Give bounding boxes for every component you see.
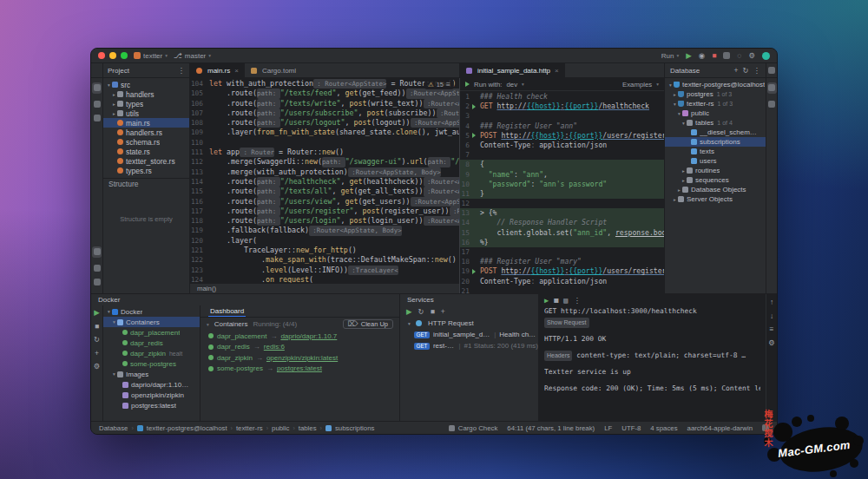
line-number[interactable]: 115 bbox=[190, 187, 209, 196]
response-output[interactable]: ▶ ■ ▤ ⋮ GET http://localhost:3000/health… bbox=[539, 294, 766, 421]
line-number[interactable]: 122 bbox=[190, 255, 209, 265]
code-line[interactable]: 8{ bbox=[460, 160, 664, 169]
examples-menu[interactable]: Examples bbox=[622, 81, 652, 89]
db-item-sequences[interactable]: ▸sequences bbox=[665, 175, 766, 185]
code-line[interactable]: 10 "password": "ann's password" bbox=[460, 180, 664, 189]
statusbar-widget-64-11-47-chars-1-line-break[interactable]: 64:11 (47 chars, 1 line break) bbox=[507, 424, 595, 432]
line-number[interactable]: 114 bbox=[190, 177, 209, 187]
code-line[interactable]: 17 bbox=[460, 247, 664, 257]
line-number[interactable]: 110 bbox=[190, 138, 209, 148]
db-item-postgres[interactable]: ▸postgres1 of 3 bbox=[665, 89, 766, 99]
docker-item-docker[interactable]: ▾Docker bbox=[103, 306, 200, 317]
line-number[interactable]: 3 bbox=[460, 111, 472, 121]
code-line[interactable]: 123 .level(Level::INFO)) :TraceLayer< bbox=[190, 266, 459, 275]
line-number[interactable]: 18 bbox=[460, 257, 472, 266]
container-row-dapr-zipkin[interactable]: dapr_zipkin→openzipkin/zipkin:latest bbox=[201, 352, 399, 364]
database-panel-header[interactable]: Database + ↻ ⋮ bbox=[664, 63, 766, 77]
line-number[interactable]: 15 bbox=[460, 228, 472, 238]
docker-tool-icon[interactable] bbox=[92, 246, 102, 258]
services-add-icon[interactable]: + bbox=[441, 308, 445, 316]
code-line[interactable]: 4### Register User "ann" bbox=[460, 121, 664, 131]
db-item-users[interactable]: users bbox=[665, 156, 766, 166]
code-line[interactable]: 6Content-Type: application/json bbox=[460, 141, 664, 150]
statusbar-widget-utf-8[interactable]: UTF-8 bbox=[621, 424, 641, 432]
twisty-icon[interactable]: ▸ bbox=[681, 178, 687, 183]
line-number[interactable]: 109 bbox=[190, 128, 209, 137]
docker-item-daprio-dapr-1-10[interactable]: daprio/dapr:1.10… bbox=[103, 379, 200, 390]
twisty-icon[interactable]: ▾ bbox=[681, 121, 687, 126]
docker-item-some-postgres[interactable]: some-postgres bbox=[103, 358, 200, 369]
line-number[interactable]: 4 bbox=[460, 121, 472, 131]
database-tool-icon[interactable] bbox=[767, 82, 777, 94]
tab-dashboard[interactable]: Dashboard bbox=[208, 305, 246, 317]
run-request-gutter-icon[interactable] bbox=[472, 131, 480, 141]
line-number[interactable]: 118 bbox=[190, 216, 209, 226]
services-panel-title[interactable]: Services bbox=[400, 294, 538, 305]
code-line[interactable]: 114 .route(path: "/healthcheck", get(hea… bbox=[190, 177, 459, 187]
line-number[interactable]: 14 bbox=[460, 218, 472, 227]
code-line[interactable]: 18### Register User "mary" bbox=[460, 257, 664, 266]
tab-main-rs[interactable]: main.rs × bbox=[190, 63, 245, 77]
scroll-down-icon[interactable]: ↓ bbox=[770, 312, 773, 320]
code-line[interactable]: 20Content-Type: application/json bbox=[460, 277, 664, 286]
line-number[interactable]: 119 bbox=[190, 226, 209, 235]
docker-panel-title[interactable]: Docker bbox=[91, 294, 399, 305]
db-item-server-objects[interactable]: ▸Server Objects bbox=[665, 194, 766, 204]
twisty-icon[interactable]: ▸ bbox=[111, 111, 117, 116]
chevron-down-icon[interactable]: ▾ bbox=[207, 322, 209, 327]
line-number[interactable]: 7 bbox=[460, 150, 472, 160]
commit-tool-icon[interactable] bbox=[94, 101, 101, 108]
code-line[interactable]: 19POST http://{{host}}:{{port}}/users/re… bbox=[460, 266, 664, 276]
twisty-icon[interactable]: ▸ bbox=[672, 92, 678, 97]
code-line[interactable]: 3 bbox=[460, 111, 664, 121]
project-panel-header[interactable]: Project ⋮ bbox=[103, 63, 190, 77]
gradle-tool-icon[interactable] bbox=[768, 101, 775, 108]
console-line[interactable]: HTTP/1.1 200 OK bbox=[544, 334, 760, 345]
line-number[interactable]: 21 bbox=[460, 286, 472, 293]
settings-gear-icon[interactable]: ⚙ bbox=[748, 52, 755, 60]
code-editor[interactable]: 104let with_auth_protection : Router<App… bbox=[190, 78, 459, 293]
console-more-icon[interactable]: ⋮ bbox=[573, 297, 581, 305]
line-number[interactable]: 12 bbox=[460, 199, 472, 208]
db-item-routines[interactable]: ▸routines bbox=[665, 166, 766, 175]
statusbar-segment[interactable]: tables bbox=[299, 424, 317, 432]
line-number[interactable]: 116 bbox=[190, 197, 209, 207]
services-refresh-icon[interactable]: ↻ bbox=[418, 308, 424, 316]
code-line[interactable]: 11} bbox=[460, 189, 664, 199]
debug-button[interactable]: ◉ bbox=[699, 52, 705, 60]
docker-connect-icon[interactable]: ▶ bbox=[94, 309, 100, 317]
statusbar-segment[interactable]: textter-postgres@localhost bbox=[147, 424, 227, 432]
statusbar-segment[interactable]: Database bbox=[99, 424, 128, 432]
service-item-rest-api[interactable]: GETrest-api|#1 Status: 200 (419 ms) bbox=[400, 340, 538, 351]
code-line[interactable]: 13> {% bbox=[460, 208, 664, 218]
code-line[interactable]: 118 .route(path: "/users/login", post(lo… bbox=[190, 216, 459, 226]
http-code-area[interactable]: 1### Health check2GET http://{{host}}:{{… bbox=[460, 91, 664, 293]
structure-tool-icon[interactable] bbox=[94, 115, 101, 121]
image-name-link[interactable]: redis:6 bbox=[264, 343, 285, 351]
project-item-utils[interactable]: ▸utils bbox=[103, 108, 189, 118]
db-item-diesel-schem[interactable]: __diesel_schem… bbox=[665, 128, 766, 137]
statusbar-segment[interactable]: public bbox=[272, 424, 289, 432]
console-options-icon[interactable]: ▤ bbox=[563, 297, 568, 305]
user-avatar[interactable] bbox=[762, 52, 770, 60]
db-item-textter-postgres-localhost[interactable]: ▾textter-postgres@localhost bbox=[665, 80, 766, 89]
more-options-icon[interactable]: ⋮ bbox=[178, 67, 186, 75]
code-line[interactable]: 12 bbox=[460, 199, 664, 208]
line-number[interactable]: 19 bbox=[460, 266, 472, 276]
code-line[interactable]: 116 .route(path: "/users/view", get(get_… bbox=[190, 197, 459, 207]
line-number[interactable]: 106 bbox=[190, 99, 209, 108]
line-number[interactable]: 5 bbox=[460, 131, 472, 141]
line-number[interactable]: 10 bbox=[460, 180, 472, 189]
project-item-types-rs[interactable]: types.rs bbox=[103, 166, 189, 175]
rerun-request-icon[interactable]: ▶ bbox=[544, 297, 549, 305]
docker-refresh-icon[interactable]: ↻ bbox=[94, 336, 100, 344]
line-number[interactable]: 105 bbox=[190, 89, 209, 98]
tab-initial-sample-data-http[interactable]: initial_sample_data.http × bbox=[460, 63, 565, 77]
console-line[interactable]: Textter service is up bbox=[544, 367, 760, 378]
line-number[interactable]: 20 bbox=[460, 277, 472, 286]
code-line[interactable]: 7 bbox=[460, 150, 664, 160]
search-everywhere-icon[interactable]: ◌ bbox=[737, 52, 741, 60]
code-line[interactable]: 115 .route(path: "/texts/all", get(get_a… bbox=[190, 187, 459, 196]
code-line[interactable]: 107 .route(path: "/users/subscribe", pos… bbox=[190, 108, 459, 118]
project-item-types[interactable]: ▸types bbox=[103, 99, 189, 108]
